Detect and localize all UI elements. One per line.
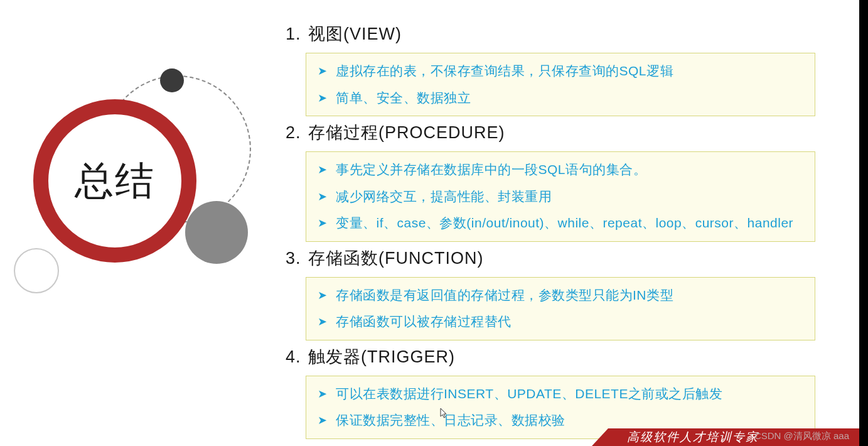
- arrow-icon: ➤: [318, 188, 327, 206]
- summary-title: 总结: [75, 155, 155, 207]
- info-box-procedure: ➤ 事先定义并存储在数据库中的一段SQL语句的集合。 ➤ 减少网络交互，提高性能…: [306, 151, 815, 242]
- bullet-text: 存储函数是有返回值的存储过程，参数类型只能为IN类型: [336, 285, 673, 306]
- list-item: ➤ 存储函数是有返回值的存储过程，参数类型只能为IN类型: [318, 285, 803, 306]
- outline-circle-decor: [14, 248, 59, 293]
- list-item: ➤ 事先定义并存储在数据库中的一段SQL语句的集合。: [318, 160, 803, 180]
- section-number: 4.: [286, 347, 308, 367]
- bullet-text: 可以在表数据进行INSERT、UPDATE、DELETE之前或之后触发: [336, 384, 722, 405]
- list-item: ➤ 减少网络交互，提高性能、封装重用: [318, 187, 803, 207]
- section-title: 触发器(TRIGGER): [308, 347, 455, 366]
- arrow-icon: ➤: [318, 161, 327, 179]
- arrow-icon: ➤: [318, 287, 327, 305]
- arrow-icon: ➤: [318, 313, 327, 331]
- content-area: 1.视图(VIEW) ➤ 虚拟存在的表，不保存查询结果，只保存查询的SQL逻辑 …: [286, 18, 822, 443]
- bullet-text: 减少网络交互，提高性能、封装重用: [336, 187, 552, 207]
- bullet-text: 存储函数可以被存储过程替代: [336, 312, 512, 332]
- arrow-icon: ➤: [318, 90, 327, 107]
- gray-circle-decor: [185, 201, 248, 264]
- watermark-text: CSDN @清风微凉 aaa: [754, 430, 849, 442]
- decor-area: 总结: [0, 0, 282, 446]
- bullet-text: 事先定义并存储在数据库中的一段SQL语句的集合。: [336, 160, 646, 180]
- arrow-icon: ➤: [318, 63, 327, 80]
- bullet-text: 保证数据完整性、日志记录、数据校验: [336, 410, 565, 431]
- list-item: ➤ 可以在表数据进行INSERT、UPDATE、DELETE之前或之后触发: [318, 384, 803, 405]
- section-heading-procedure: 2.存储过程(PROCEDURE): [286, 121, 822, 144]
- list-item: ➤ 简单、安全、数据独立: [318, 88, 803, 109]
- section-number: 2.: [286, 123, 308, 143]
- arrow-icon: ➤: [318, 215, 327, 232]
- section-title: 存储过程(PROCEDURE): [308, 123, 505, 142]
- list-item: ➤ 变量、if、case、参数(in/out/inout)、while、repe…: [318, 213, 803, 234]
- arrow-icon: ➤: [318, 412, 327, 430]
- list-item: ➤ 虚拟存在的表，不保存查询结果，只保存查询的SQL逻辑: [318, 61, 803, 82]
- section-heading-trigger: 4.触发器(TRIGGER): [286, 345, 822, 368]
- section-heading-function: 3.存储函数(FUNCTION): [286, 247, 822, 269]
- section-number: 3.: [286, 249, 308, 268]
- bullet-text: 虚拟存在的表，不保存查询结果，只保存查询的SQL逻辑: [336, 61, 673, 82]
- list-item: ➤ 存储函数可以被存储过程替代: [318, 312, 803, 332]
- section-title: 视图(VIEW): [308, 24, 402, 43]
- info-box-function: ➤ 存储函数是有返回值的存储过程，参数类型只能为IN类型 ➤ 存储函数可以被存储…: [306, 277, 815, 340]
- info-box-view: ➤ 虚拟存在的表，不保存查询结果，只保存查询的SQL逻辑 ➤ 简单、安全、数据独…: [306, 53, 815, 116]
- bullet-text: 变量、if、case、参数(in/out/inout)、while、repeat…: [336, 213, 793, 234]
- section-title: 存储函数(FUNCTION): [308, 249, 483, 268]
- cursor-icon: [440, 408, 449, 422]
- red-ring-circle: 总结: [33, 99, 196, 263]
- arrow-icon: ➤: [318, 386, 327, 403]
- section-heading-view: 1.视图(VIEW): [286, 23, 822, 45]
- section-number: 1.: [286, 24, 308, 44]
- dark-circle-decor: [160, 68, 184, 92]
- right-black-bar: [859, 0, 868, 446]
- bullet-text: 简单、安全、数据独立: [336, 88, 471, 109]
